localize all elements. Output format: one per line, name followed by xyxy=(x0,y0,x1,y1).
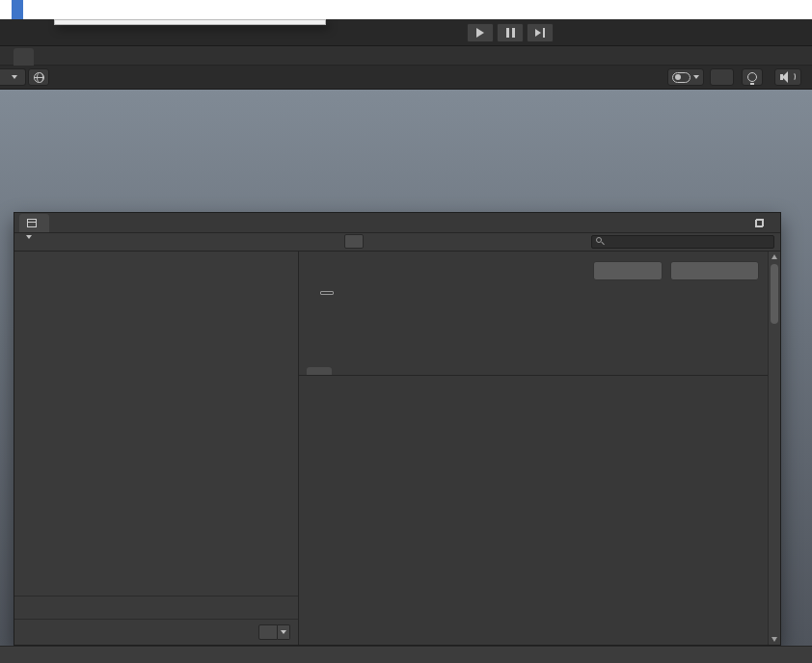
info-row-package-size xyxy=(307,420,316,434)
search-box xyxy=(591,235,774,249)
render-mode-dropdown[interactable] xyxy=(667,68,704,86)
step-icon xyxy=(535,28,545,38)
caret-down-icon xyxy=(26,235,32,239)
package-manager-tab[interactable] xyxy=(19,214,49,232)
scroll-up-icon[interactable] xyxy=(771,254,777,259)
play-button[interactable] xyxy=(467,23,494,42)
maximize-icon[interactable] xyxy=(755,219,764,227)
scroll-down-icon[interactable] xyxy=(771,637,777,642)
asset-store-badge xyxy=(320,291,334,295)
menu-bar xyxy=(0,0,812,19)
package-detail-panel xyxy=(299,252,780,645)
info-row-unity-versions xyxy=(307,395,316,409)
play-icon xyxy=(476,28,484,38)
play-controls xyxy=(467,23,554,42)
capsule-icon xyxy=(672,72,690,83)
refresh-dropdown-button[interactable] xyxy=(278,624,290,640)
search-input[interactable] xyxy=(609,236,770,248)
list-footer xyxy=(14,596,298,619)
package-manager-body xyxy=(14,252,780,645)
2d-toggle-button[interactable] xyxy=(710,68,734,86)
package-list xyxy=(14,252,298,596)
menubar-item-window[interactable] xyxy=(12,0,23,19)
caret-down-icon xyxy=(281,630,286,634)
menubar-item-help[interactable] xyxy=(23,0,35,19)
scroll-thumb[interactable] xyxy=(771,264,778,324)
import-button[interactable] xyxy=(593,261,663,280)
window-dropdown xyxy=(54,19,326,25)
package-list-pane xyxy=(14,252,299,645)
tab-releases[interactable] xyxy=(336,367,361,375)
game-view-tab[interactable] xyxy=(14,48,34,66)
search-icon xyxy=(596,237,606,247)
version-date-row xyxy=(307,291,334,295)
package-manager-window xyxy=(14,212,781,646)
refresh-controls xyxy=(258,624,290,640)
add-package-button[interactable] xyxy=(21,235,32,239)
pause-icon xyxy=(506,28,515,38)
clear-filters-button[interactable] xyxy=(344,234,364,249)
lighting-toggle-button[interactable] xyxy=(742,68,763,86)
detail-scrollbar[interactable] xyxy=(768,252,780,645)
speaker-icon xyxy=(780,71,797,83)
pause-button[interactable] xyxy=(497,23,524,42)
detail-tabs xyxy=(299,352,768,376)
layer-dropdown[interactable] xyxy=(0,68,26,86)
step-button[interactable] xyxy=(527,23,554,42)
scene-toolbar xyxy=(0,66,812,90)
tab-overview[interactable] xyxy=(307,367,332,375)
audio-toggle-button[interactable] xyxy=(774,68,801,86)
tab-images[interactable] xyxy=(365,367,390,375)
redownload-button[interactable] xyxy=(670,261,759,280)
caret-down-icon xyxy=(12,75,17,79)
package-manager-toolbar xyxy=(14,233,780,252)
info-row-purchased-date xyxy=(307,445,316,459)
window-controls xyxy=(744,213,774,232)
status-bar xyxy=(14,619,298,645)
unity-editor-screen xyxy=(0,0,812,663)
globe-button[interactable] xyxy=(28,68,49,86)
refresh-button[interactable] xyxy=(258,624,278,640)
view-tab-bar xyxy=(0,46,812,66)
globe-icon xyxy=(34,72,44,83)
package-icon xyxy=(27,219,37,227)
status-strip xyxy=(0,646,812,663)
bulb-icon xyxy=(747,72,757,82)
menubar-item-services[interactable] xyxy=(0,0,12,19)
caret-down-icon xyxy=(693,75,699,79)
package-manager-titlebar xyxy=(14,213,780,233)
